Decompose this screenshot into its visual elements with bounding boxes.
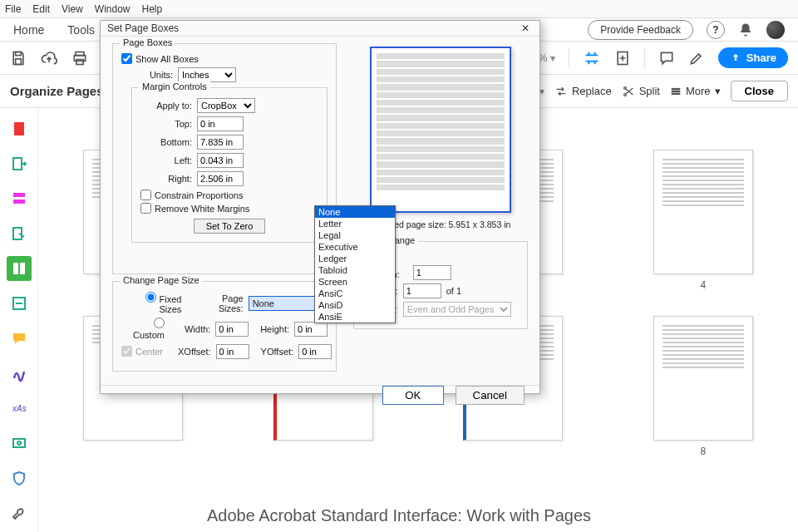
svg-rect-11: [14, 122, 24, 135]
fixed-sizes-radio[interactable]: Fixed Sizes: [121, 292, 181, 314]
rail-comment-icon[interactable]: [7, 326, 32, 351]
option-screen[interactable]: Screen: [315, 276, 395, 288]
from-input[interactable]: [413, 265, 451, 280]
bell-icon[interactable]: [738, 22, 753, 37]
right-input[interactable]: [197, 171, 244, 186]
rail-create-icon[interactable]: [7, 116, 32, 141]
more-button[interactable]: More ▾: [670, 85, 721, 97]
close-button[interactable]: Close: [731, 81, 788, 101]
units-label: Units:: [121, 70, 173, 80]
rail-redact-icon[interactable]: [7, 291, 32, 316]
svg-rect-13: [13, 193, 25, 197]
insert-page-icon[interactable]: [614, 50, 631, 66]
right-label: Right:: [140, 174, 192, 184]
option-none[interactable]: None: [315, 206, 395, 218]
xoffset-label: XOffset:: [178, 347, 211, 357]
svg-rect-9: [672, 91, 679, 91]
change-size-legend: Change Page Size: [120, 275, 203, 285]
cloud-upload-icon[interactable]: [40, 50, 58, 66]
custom-radio[interactable]: Custom: [121, 318, 165, 340]
menu-view[interactable]: View: [62, 3, 83, 15]
top-input[interactable]: [197, 116, 244, 131]
option-letter[interactable]: Letter: [315, 218, 395, 229]
highlight-icon[interactable]: [688, 50, 705, 66]
menu-edit[interactable]: Edit: [32, 3, 50, 15]
provide-feedback-button[interactable]: Provide Feedback: [588, 20, 693, 40]
menu-window[interactable]: Window: [95, 3, 131, 15]
caption-text: Adobe Acrobat Standard Interface: Work w…: [0, 506, 798, 525]
ok-button[interactable]: OK: [382, 386, 443, 405]
thumb-8[interactable]: 8: [625, 316, 782, 457]
rail-organize-icon[interactable]: [7, 256, 32, 281]
set-to-zero-button[interactable]: Set To Zero: [194, 219, 266, 234]
page-boxes-legend: Page Boxes: [120, 37, 175, 47]
left-input[interactable]: [197, 153, 244, 168]
svg-rect-8: [672, 88, 679, 89]
rail-export-icon[interactable]: [7, 151, 32, 176]
comment-icon[interactable]: [658, 50, 675, 66]
rail-protect-icon[interactable]: [7, 466, 32, 490]
thumb-4[interactable]: 4: [625, 150, 782, 291]
svg-point-6: [623, 86, 626, 89]
svg-text:xAs: xAs: [12, 404, 27, 413]
option-ansie[interactable]: AnsiE: [315, 311, 395, 323]
top-label: Top:: [140, 119, 192, 129]
apply-to-select[interactable]: CropBox: [197, 98, 255, 113]
menu-file[interactable]: File: [5, 3, 21, 15]
yoffset-label: YOffset:: [261, 347, 294, 357]
cancel-button[interactable]: Cancel: [456, 386, 525, 405]
rail-optimize-icon[interactable]: [7, 431, 32, 456]
svg-rect-12: [13, 158, 22, 170]
option-legal[interactable]: Legal: [315, 229, 395, 241]
help-icon[interactable]: ?: [707, 21, 725, 39]
to-input[interactable]: [403, 283, 441, 298]
svg-point-21: [17, 441, 21, 445]
center-checkbox[interactable]: Center: [121, 346, 163, 357]
share-button[interactable]: Share: [718, 47, 788, 68]
width-input[interactable]: [215, 322, 249, 337]
option-executive[interactable]: Executive: [315, 241, 395, 253]
margin-controls-legend: Margin Controls: [139, 81, 210, 91]
option-ledger[interactable]: Ledger: [315, 253, 395, 264]
rail-edit-icon[interactable]: [7, 186, 32, 211]
option-tabloid[interactable]: Tabloid: [315, 264, 395, 276]
zoom-value[interactable]: % ▾: [539, 52, 555, 64]
show-all-boxes-checkbox[interactable]: Show All Boxes: [121, 53, 328, 64]
bottom-input[interactable]: [197, 135, 244, 150]
menu-help[interactable]: Help: [142, 3, 163, 15]
dialog-close-icon[interactable]: ✕: [518, 21, 533, 36]
tab-tools[interactable]: Tools: [67, 23, 95, 37]
left-label: Left:: [140, 155, 192, 165]
option-ansic[interactable]: AnsiC: [315, 288, 395, 299]
page-sizes-dropdown[interactable]: None Letter Legal Executive Ledger Tablo…: [314, 205, 396, 323]
rail-send-icon[interactable]: [7, 221, 32, 246]
units-select[interactable]: Inches: [178, 67, 236, 82]
left-rail: xAs: [0, 108, 38, 532]
print-icon[interactable]: [71, 50, 88, 66]
avatar[interactable]: [766, 21, 785, 39]
split-button[interactable]: Split: [622, 85, 660, 98]
apply-to-label: Apply to:: [140, 101, 192, 111]
svg-rect-0: [16, 52, 22, 55]
tab-home[interactable]: Home: [13, 23, 44, 37]
rail-sign-icon[interactable]: [7, 361, 32, 386]
organize-pages-title: Organize Pages: [10, 84, 104, 98]
yoffset-input[interactable]: [298, 344, 332, 359]
preview-image: [370, 47, 511, 213]
height-label: Height:: [260, 324, 289, 334]
xoffset-input[interactable]: [216, 344, 249, 359]
menubar: File Edit View Window Help: [0, 0, 798, 18]
replace-button[interactable]: Replace: [554, 85, 612, 98]
svg-rect-17: [20, 263, 25, 274]
svg-rect-20: [13, 439, 25, 447]
dialog-title: Set Page Boxes: [107, 22, 179, 34]
save-icon[interactable]: [10, 50, 27, 66]
remove-white-checkbox[interactable]: Remove White Margins: [140, 203, 318, 214]
constrain-checkbox[interactable]: Constrain Proportions: [140, 190, 318, 200]
rail-stamp-icon[interactable]: xAs: [7, 396, 32, 421]
crop-tool-icon[interactable]: [583, 49, 601, 67]
option-ansid[interactable]: AnsiD: [315, 299, 395, 311]
height-input[interactable]: [294, 322, 328, 337]
page-sizes-label: Page Sizes:: [195, 293, 243, 313]
apply-pages-select[interactable]: Even and Odd Pages: [403, 302, 511, 317]
